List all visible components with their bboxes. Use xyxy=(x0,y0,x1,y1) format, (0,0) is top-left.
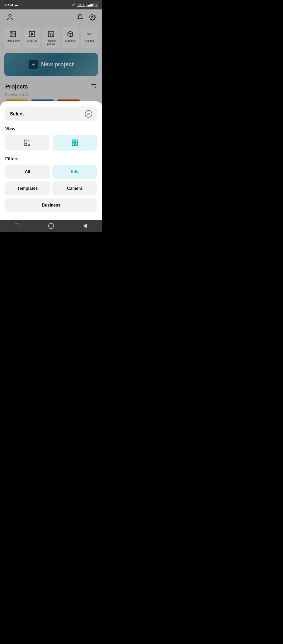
nav-square-icon xyxy=(15,224,19,228)
app-background: Photo editor AutoCut AI xyxy=(0,9,102,220)
bottom-sheet: Select View xyxy=(0,101,102,220)
view-section-title: View xyxy=(5,126,97,132)
view-options xyxy=(5,135,97,151)
signal-icon: ▂▄▆ xyxy=(86,3,92,7)
svg-rect-12 xyxy=(25,143,27,145)
nav-recents-button[interactable] xyxy=(80,221,90,231)
volte-icon: VoLTE xyxy=(77,3,85,7)
dots-icon: ··· xyxy=(19,3,22,7)
svg-rect-17 xyxy=(72,140,74,142)
filter-templates-button[interactable]: Templates xyxy=(5,181,50,196)
filter-business-button[interactable]: Business xyxy=(5,198,97,212)
select-label: Select xyxy=(10,111,24,117)
status-bar: 11:13 ☁ ··· 🔗 VoLTE ▂▄▆ 74 xyxy=(0,0,102,9)
svg-rect-20 xyxy=(75,143,78,145)
grid-view-button[interactable] xyxy=(53,135,97,151)
svg-rect-18 xyxy=(75,140,78,142)
nav-circle-icon xyxy=(48,223,54,229)
link-icon: 🔗 xyxy=(72,3,76,7)
filter-camera-button[interactable]: Camera xyxy=(52,181,97,196)
battery-icon: 74 xyxy=(94,3,98,7)
status-right: 🔗 VoLTE ▂▄▆ 74 xyxy=(72,3,98,7)
filters-section-title: Filters xyxy=(5,156,97,162)
navigation-bar xyxy=(0,220,102,232)
select-check-icon[interactable] xyxy=(85,110,92,118)
svg-rect-11 xyxy=(25,140,27,142)
nav-back-button[interactable] xyxy=(12,221,22,231)
svg-rect-19 xyxy=(72,143,74,145)
status-left: 11:13 ☁ ··· xyxy=(4,3,22,7)
filter-edit-button[interactable]: Edit xyxy=(52,165,97,179)
select-row[interactable]: Select xyxy=(5,107,97,121)
filter-options: All Edit Templates Camera Business xyxy=(5,165,97,212)
nav-triangle-icon xyxy=(83,223,87,229)
list-view-button[interactable] xyxy=(5,135,50,151)
time-display: 11:13 xyxy=(4,3,13,7)
nav-home-button[interactable] xyxy=(46,221,56,231)
filter-all-button[interactable]: All xyxy=(5,165,50,179)
cloud-icon: ☁ xyxy=(14,3,18,7)
